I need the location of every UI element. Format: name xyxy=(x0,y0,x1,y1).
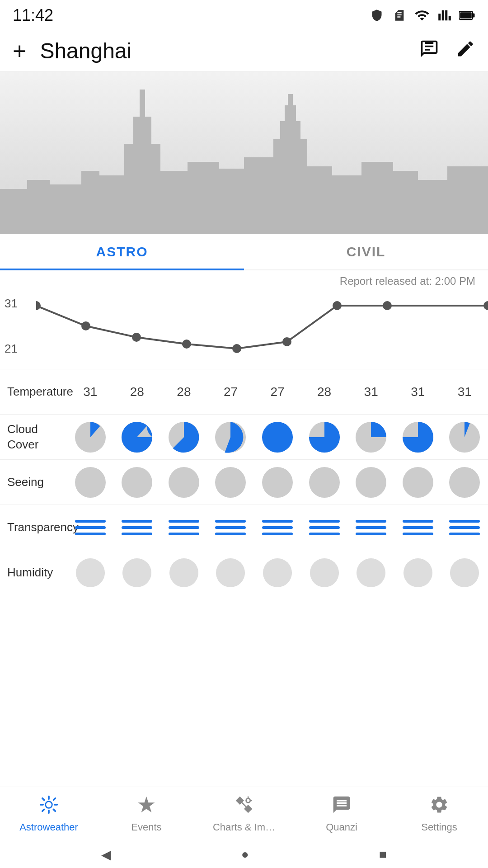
trans-cell-5 xyxy=(301,514,348,542)
svg-rect-10 xyxy=(133,117,151,148)
home-button[interactable]: ● xyxy=(241,847,249,862)
status-bar: 11:42 xyxy=(0,0,488,31)
top-bar-right xyxy=(419,39,475,63)
svg-rect-23 xyxy=(393,171,418,234)
sun-icon xyxy=(39,795,59,819)
nav-label-astroweather: Astroweather xyxy=(19,821,78,833)
svg-rect-6 xyxy=(50,184,81,234)
back-button[interactable]: ◀ xyxy=(101,847,111,862)
star-icon xyxy=(136,795,156,819)
svg-rect-19 xyxy=(288,94,293,108)
temp-cell-3: 27 xyxy=(207,380,254,404)
svg-rect-9 xyxy=(124,144,160,234)
temp-cell-4: 27 xyxy=(254,380,301,404)
trans-cell-4 xyxy=(254,514,301,542)
transparency-cells xyxy=(67,514,488,542)
humidity-cell-7 xyxy=(394,554,441,592)
temp-cell-6: 31 xyxy=(347,380,394,404)
cloud-cell-3 xyxy=(207,416,254,458)
nav-item-astroweather[interactable]: Astroweather xyxy=(0,787,98,841)
status-icons xyxy=(369,7,475,24)
humidity-label: Humidity xyxy=(0,561,67,585)
cloud-cover-row: Cloud Cover xyxy=(0,414,488,459)
seeing-cells xyxy=(67,462,488,502)
cloud-cell-6 xyxy=(347,416,394,458)
nav-label-quanzi: Quanzi xyxy=(326,821,357,833)
trans-cell-2 xyxy=(160,514,207,542)
svg-line-50 xyxy=(53,809,55,811)
transparency-row: Transparency xyxy=(0,505,488,550)
nav-item-charts[interactable]: Charts & Im… xyxy=(195,787,293,841)
nav-label-events: Events xyxy=(131,821,161,833)
temperature-row: Temperature 31 28 28 27 27 28 31 31 31 xyxy=(0,369,488,414)
svg-point-44 xyxy=(46,802,52,808)
humidity-cell-2 xyxy=(160,554,207,592)
temp-cell-2: 28 xyxy=(160,380,207,404)
svg-rect-13 xyxy=(188,162,219,234)
svg-rect-1 xyxy=(473,14,475,18)
cloud-cell-2 xyxy=(160,416,207,458)
seeing-cell-5 xyxy=(301,462,348,502)
seeing-cell-3 xyxy=(207,462,254,502)
cloud-cover-cells xyxy=(67,416,488,458)
nav-item-settings[interactable]: Settings xyxy=(390,787,488,841)
svg-line-49 xyxy=(42,798,44,800)
wifi-icon xyxy=(414,7,430,24)
svg-rect-18 xyxy=(285,105,296,126)
recent-button[interactable]: ■ xyxy=(379,847,387,862)
svg-point-30 xyxy=(232,344,241,353)
seeing-row: Seeing xyxy=(0,459,488,505)
chart-y-max: 31 xyxy=(5,297,18,311)
svg-line-52 xyxy=(42,809,44,811)
svg-rect-21 xyxy=(332,175,361,234)
trans-cell-3 xyxy=(207,514,254,542)
svg-rect-25 xyxy=(447,166,488,234)
cloud-cell-5 xyxy=(301,416,348,458)
add-button[interactable]: + xyxy=(13,38,26,65)
tabs-bar: ASTRO CIVIL xyxy=(0,234,488,270)
svg-point-32 xyxy=(333,301,342,310)
svg-rect-22 xyxy=(361,162,393,234)
sim-icon xyxy=(391,7,408,24)
svg-rect-16 xyxy=(273,139,307,234)
top-bar: + Shanghai xyxy=(0,31,488,71)
nav-label-charts: Charts & Im… xyxy=(213,821,275,833)
humidity-cell-4 xyxy=(254,554,301,592)
svg-rect-12 xyxy=(160,171,188,234)
page-title: Shanghai xyxy=(40,38,131,63)
nav-item-quanzi[interactable]: Quanzi xyxy=(293,787,390,841)
trans-cell-6 xyxy=(347,514,394,542)
transparency-label: Transparency xyxy=(0,515,67,540)
tab-astro[interactable]: ASTRO xyxy=(0,234,244,269)
svg-point-34 xyxy=(483,301,488,310)
svg-point-27 xyxy=(81,321,90,330)
seeing-label: Seeing xyxy=(0,470,67,495)
seeing-cell-4 xyxy=(254,462,301,502)
nav-label-settings: Settings xyxy=(421,821,457,833)
svg-rect-2 xyxy=(460,12,472,19)
seeing-cell-7 xyxy=(394,462,441,502)
seeing-cell-6 xyxy=(347,462,394,502)
trans-cell-8 xyxy=(441,514,488,542)
svg-rect-20 xyxy=(307,166,332,234)
cloud-cell-0 xyxy=(67,416,114,458)
seeing-cell-8 xyxy=(441,462,488,502)
svg-point-39 xyxy=(262,421,293,452)
temperature-cells: 31 28 28 27 27 28 31 31 31 xyxy=(67,380,488,404)
humidity-cell-0 xyxy=(67,554,114,592)
svg-point-29 xyxy=(182,340,191,349)
svg-rect-8 xyxy=(99,175,124,234)
chat-icon xyxy=(332,795,352,819)
cloud-cell-1 xyxy=(114,416,161,458)
trans-cell-7 xyxy=(394,514,441,542)
message-button[interactable] xyxy=(419,39,439,63)
svg-rect-5 xyxy=(27,180,50,234)
svg-rect-24 xyxy=(418,180,447,234)
cloud-cover-label: Cloud Cover xyxy=(0,417,67,457)
temp-cell-0: 31 xyxy=(67,380,114,404)
gear-icon xyxy=(429,795,449,819)
tab-civil[interactable]: CIVIL xyxy=(244,234,488,269)
nav-item-events[interactable]: Events xyxy=(98,787,195,841)
edit-button[interactable] xyxy=(455,39,475,63)
svg-rect-4 xyxy=(0,189,27,234)
